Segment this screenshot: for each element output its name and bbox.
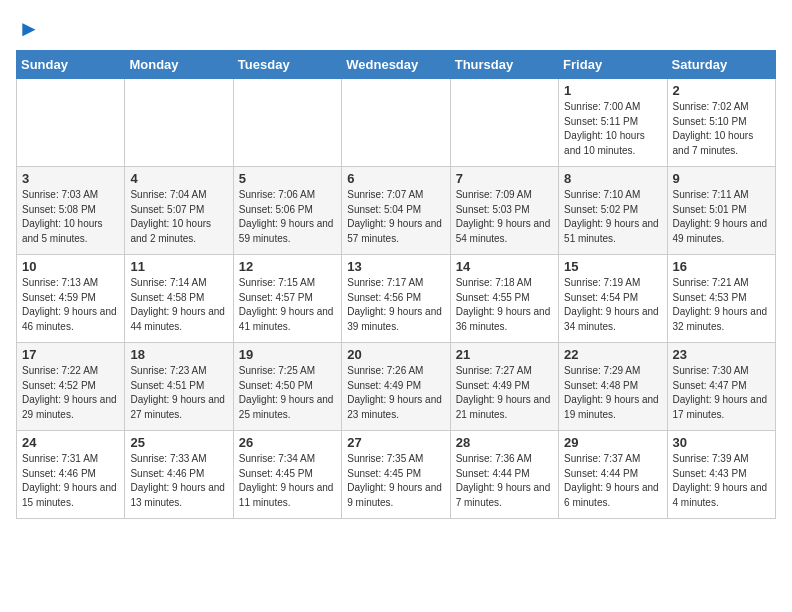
day-number: 26 [239,435,336,450]
day-number: 27 [347,435,444,450]
calendar-week-row: 1Sunrise: 7:00 AM Sunset: 5:11 PM Daylig… [17,79,776,167]
day-number: 22 [564,347,661,362]
calendar-header-row: SundayMondayTuesdayWednesdayThursdayFrid… [17,51,776,79]
day-number: 1 [564,83,661,98]
day-of-week-header: Thursday [450,51,558,79]
day-number: 25 [130,435,227,450]
day-info: Sunrise: 7:25 AM Sunset: 4:50 PM Dayligh… [239,364,336,422]
calendar-day-cell: 9Sunrise: 7:11 AM Sunset: 5:01 PM Daylig… [667,167,775,255]
day-info: Sunrise: 7:18 AM Sunset: 4:55 PM Dayligh… [456,276,553,334]
calendar-day-cell: 5Sunrise: 7:06 AM Sunset: 5:06 PM Daylig… [233,167,341,255]
day-info: Sunrise: 7:00 AM Sunset: 5:11 PM Dayligh… [564,100,661,158]
calendar-day-cell: 22Sunrise: 7:29 AM Sunset: 4:48 PM Dayli… [559,343,667,431]
day-number: 15 [564,259,661,274]
day-info: Sunrise: 7:30 AM Sunset: 4:47 PM Dayligh… [673,364,770,422]
day-info: Sunrise: 7:29 AM Sunset: 4:48 PM Dayligh… [564,364,661,422]
calendar-week-row: 3Sunrise: 7:03 AM Sunset: 5:08 PM Daylig… [17,167,776,255]
day-info: Sunrise: 7:14 AM Sunset: 4:58 PM Dayligh… [130,276,227,334]
day-info: Sunrise: 7:19 AM Sunset: 4:54 PM Dayligh… [564,276,661,334]
calendar-day-cell: 4Sunrise: 7:04 AM Sunset: 5:07 PM Daylig… [125,167,233,255]
calendar-day-cell: 1Sunrise: 7:00 AM Sunset: 5:11 PM Daylig… [559,79,667,167]
calendar-day-cell: 8Sunrise: 7:10 AM Sunset: 5:02 PM Daylig… [559,167,667,255]
day-number: 30 [673,435,770,450]
day-of-week-header: Wednesday [342,51,450,79]
calendar-day-cell: 14Sunrise: 7:18 AM Sunset: 4:55 PM Dayli… [450,255,558,343]
calendar-day-cell: 2Sunrise: 7:02 AM Sunset: 5:10 PM Daylig… [667,79,775,167]
calendar-day-cell: 10Sunrise: 7:13 AM Sunset: 4:59 PM Dayli… [17,255,125,343]
day-number: 10 [22,259,119,274]
day-info: Sunrise: 7:07 AM Sunset: 5:04 PM Dayligh… [347,188,444,246]
day-number: 4 [130,171,227,186]
calendar-day-cell: 28Sunrise: 7:36 AM Sunset: 4:44 PM Dayli… [450,431,558,519]
calendar-day-cell [450,79,558,167]
day-number: 18 [130,347,227,362]
calendar-day-cell: 19Sunrise: 7:25 AM Sunset: 4:50 PM Dayli… [233,343,341,431]
day-info: Sunrise: 7:02 AM Sunset: 5:10 PM Dayligh… [673,100,770,158]
header: ► [16,16,776,38]
calendar-day-cell: 7Sunrise: 7:09 AM Sunset: 5:03 PM Daylig… [450,167,558,255]
day-info: Sunrise: 7:09 AM Sunset: 5:03 PM Dayligh… [456,188,553,246]
day-number: 28 [456,435,553,450]
day-number: 29 [564,435,661,450]
calendar-day-cell [342,79,450,167]
day-number: 16 [673,259,770,274]
day-info: Sunrise: 7:15 AM Sunset: 4:57 PM Dayligh… [239,276,336,334]
day-info: Sunrise: 7:23 AM Sunset: 4:51 PM Dayligh… [130,364,227,422]
calendar-day-cell: 12Sunrise: 7:15 AM Sunset: 4:57 PM Dayli… [233,255,341,343]
calendar-day-cell [233,79,341,167]
day-info: Sunrise: 7:11 AM Sunset: 5:01 PM Dayligh… [673,188,770,246]
calendar-day-cell: 15Sunrise: 7:19 AM Sunset: 4:54 PM Dayli… [559,255,667,343]
day-number: 3 [22,171,119,186]
day-info: Sunrise: 7:39 AM Sunset: 4:43 PM Dayligh… [673,452,770,510]
calendar-day-cell: 25Sunrise: 7:33 AM Sunset: 4:46 PM Dayli… [125,431,233,519]
day-number: 12 [239,259,336,274]
day-info: Sunrise: 7:04 AM Sunset: 5:07 PM Dayligh… [130,188,227,246]
calendar-day-cell: 6Sunrise: 7:07 AM Sunset: 5:04 PM Daylig… [342,167,450,255]
calendar-day-cell: 29Sunrise: 7:37 AM Sunset: 4:44 PM Dayli… [559,431,667,519]
calendar-day-cell: 17Sunrise: 7:22 AM Sunset: 4:52 PM Dayli… [17,343,125,431]
day-number: 5 [239,171,336,186]
day-number: 24 [22,435,119,450]
calendar-day-cell: 11Sunrise: 7:14 AM Sunset: 4:58 PM Dayli… [125,255,233,343]
day-number: 2 [673,83,770,98]
calendar-week-row: 17Sunrise: 7:22 AM Sunset: 4:52 PM Dayli… [17,343,776,431]
day-number: 19 [239,347,336,362]
logo-bird-icon: ► [18,16,40,42]
day-info: Sunrise: 7:03 AM Sunset: 5:08 PM Dayligh… [22,188,119,246]
day-info: Sunrise: 7:34 AM Sunset: 4:45 PM Dayligh… [239,452,336,510]
day-of-week-header: Saturday [667,51,775,79]
day-info: Sunrise: 7:21 AM Sunset: 4:53 PM Dayligh… [673,276,770,334]
day-number: 23 [673,347,770,362]
day-info: Sunrise: 7:13 AM Sunset: 4:59 PM Dayligh… [22,276,119,334]
calendar-week-row: 24Sunrise: 7:31 AM Sunset: 4:46 PM Dayli… [17,431,776,519]
day-number: 20 [347,347,444,362]
day-info: Sunrise: 7:31 AM Sunset: 4:46 PM Dayligh… [22,452,119,510]
day-number: 21 [456,347,553,362]
calendar-day-cell: 23Sunrise: 7:30 AM Sunset: 4:47 PM Dayli… [667,343,775,431]
calendar-week-row: 10Sunrise: 7:13 AM Sunset: 4:59 PM Dayli… [17,255,776,343]
day-info: Sunrise: 7:33 AM Sunset: 4:46 PM Dayligh… [130,452,227,510]
day-info: Sunrise: 7:10 AM Sunset: 5:02 PM Dayligh… [564,188,661,246]
calendar-day-cell: 30Sunrise: 7:39 AM Sunset: 4:43 PM Dayli… [667,431,775,519]
calendar-day-cell: 21Sunrise: 7:27 AM Sunset: 4:49 PM Dayli… [450,343,558,431]
calendar-day-cell: 18Sunrise: 7:23 AM Sunset: 4:51 PM Dayli… [125,343,233,431]
day-info: Sunrise: 7:26 AM Sunset: 4:49 PM Dayligh… [347,364,444,422]
day-number: 7 [456,171,553,186]
calendar-day-cell: 13Sunrise: 7:17 AM Sunset: 4:56 PM Dayli… [342,255,450,343]
day-number: 14 [456,259,553,274]
day-of-week-header: Sunday [17,51,125,79]
day-info: Sunrise: 7:35 AM Sunset: 4:45 PM Dayligh… [347,452,444,510]
calendar-day-cell [125,79,233,167]
day-info: Sunrise: 7:22 AM Sunset: 4:52 PM Dayligh… [22,364,119,422]
day-info: Sunrise: 7:06 AM Sunset: 5:06 PM Dayligh… [239,188,336,246]
day-number: 17 [22,347,119,362]
day-info: Sunrise: 7:17 AM Sunset: 4:56 PM Dayligh… [347,276,444,334]
calendar: SundayMondayTuesdayWednesdayThursdayFrid… [16,50,776,519]
day-info: Sunrise: 7:36 AM Sunset: 4:44 PM Dayligh… [456,452,553,510]
calendar-day-cell: 27Sunrise: 7:35 AM Sunset: 4:45 PM Dayli… [342,431,450,519]
calendar-day-cell [17,79,125,167]
calendar-day-cell: 24Sunrise: 7:31 AM Sunset: 4:46 PM Dayli… [17,431,125,519]
day-number: 8 [564,171,661,186]
day-number: 13 [347,259,444,274]
day-info: Sunrise: 7:37 AM Sunset: 4:44 PM Dayligh… [564,452,661,510]
